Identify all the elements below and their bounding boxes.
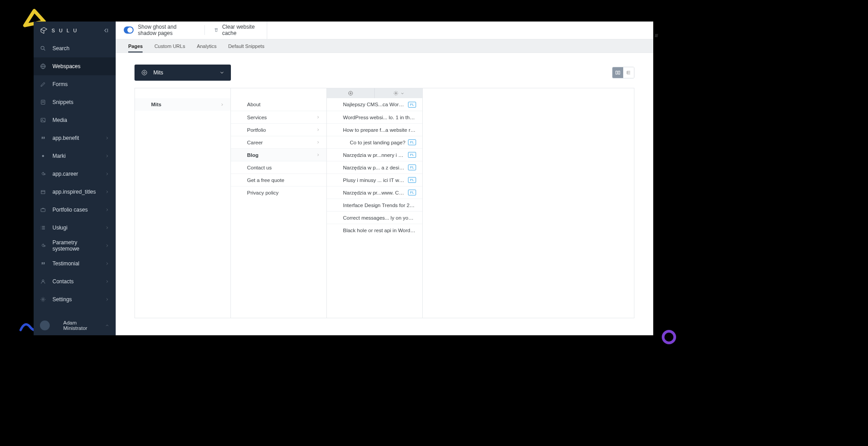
sidebar-item-label: Forms xyxy=(52,81,109,87)
column-item-label: Narzędzia w p... a z designerami. xyxy=(343,165,405,170)
clear-cache-button[interactable]: Clear website cache xyxy=(214,24,259,36)
tab-custom-urls[interactable]: Custom URLs xyxy=(154,39,185,52)
chevron-right-icon xyxy=(105,279,109,284)
chevron-right-icon xyxy=(105,208,109,212)
sidebar-item-marki[interactable]: Marki xyxy=(34,147,116,165)
column-item[interactable]: Plusy i minusy ... ici IT w LubliniePL xyxy=(327,173,422,186)
brand-icon xyxy=(40,26,48,35)
sidebar-item-app-career[interactable]: app.career xyxy=(34,165,116,183)
sidebar-item-portfolio-cases[interactable]: Portfolio cases xyxy=(34,201,116,219)
column-item[interactable]: Correct messages... ly on your website xyxy=(327,211,422,224)
webspace-select[interactable]: Mits xyxy=(135,65,231,81)
search-icon xyxy=(40,45,46,52)
tab-default-snippets[interactable]: Default Snippets xyxy=(228,39,265,52)
wrench-icon xyxy=(40,242,46,249)
column-item-label: About xyxy=(247,102,320,107)
column-item[interactable]: Career xyxy=(231,136,326,148)
sidebar-search[interactable]: Search xyxy=(34,39,116,57)
svg-rect-10 xyxy=(41,209,45,212)
sidebar-item-snippets[interactable]: Snippets xyxy=(34,93,116,111)
tab-pages[interactable]: Pages xyxy=(128,39,143,52)
column-item[interactable]: About xyxy=(231,98,326,111)
view-tree-button[interactable] xyxy=(623,67,634,78)
chevron-right-icon xyxy=(220,103,224,107)
sidebar-item-label: Parametry systemowe xyxy=(52,239,99,252)
sidebar-user[interactable]: Adam Ministrator xyxy=(34,316,116,335)
toggle-ghost-pages[interactable] xyxy=(124,26,134,34)
column-item[interactable]: Interface Design Trends for 2020 xyxy=(327,199,422,211)
column-item[interactable]: Get a free quote xyxy=(231,173,326,186)
locale-badge: PL xyxy=(408,139,416,145)
tree-icon xyxy=(626,70,631,75)
sidebar-item-settings[interactable]: Settings xyxy=(34,290,116,308)
decoration-badge xyxy=(661,329,677,345)
column-item[interactable]: Najlepszy CMS...ca WordPressa?PL xyxy=(327,98,422,111)
sidebar-item-app-inspired-titles[interactable]: app.inspired_titles xyxy=(34,183,116,201)
view-columns-button[interactable] xyxy=(612,67,623,78)
chevron-right-icon xyxy=(105,190,109,194)
column-item-label: Privacy policy xyxy=(247,190,320,195)
column-settings-button[interactable] xyxy=(374,88,422,98)
chevron-down-icon xyxy=(219,70,225,75)
chevron-right-icon xyxy=(105,243,109,248)
chevron-right-icon xyxy=(105,261,109,266)
sidebar-item-forms[interactable]: Forms xyxy=(34,75,116,93)
image-icon xyxy=(40,117,46,123)
column-item[interactable]: Black hole or rest api in WordPress xyxy=(327,224,422,236)
tab-analytics[interactable]: Analytics xyxy=(197,39,217,52)
svg-point-11 xyxy=(42,280,44,281)
column-item[interactable]: Narzędzia w pr...www. Cz 1. IDEPL xyxy=(327,186,422,199)
svg-point-12 xyxy=(42,299,44,300)
column-item-label: Services xyxy=(247,115,313,120)
toolbar: Show ghost and shadow pages Clear websit… xyxy=(116,22,267,39)
main: Show ghost and shadow pages Clear websit… xyxy=(116,22,653,335)
sidebar-item-media[interactable]: Media xyxy=(34,111,116,129)
column-item-label: Najlepszy CMS...ca WordPressa? xyxy=(343,102,405,107)
wrench-icon xyxy=(40,171,46,177)
column-item-label: Contact us xyxy=(247,165,320,170)
column-item[interactable]: Contact us xyxy=(231,161,326,173)
sidebar-user-name: Adam Ministrator xyxy=(55,320,100,331)
view-toggle xyxy=(612,67,634,78)
locale-badge: PL xyxy=(408,190,416,195)
column-item[interactable]: Narzędzia w pr...nnery i bundleryPL xyxy=(327,148,422,161)
column-item[interactable]: Mits xyxy=(135,98,230,111)
sidebar-item-testimonial[interactable]: Testimonial xyxy=(34,255,116,273)
column-item[interactable]: Co to jest landing page?PL xyxy=(327,136,422,148)
column-item[interactable]: Narzędzia w p... a z designerami.PL xyxy=(327,161,422,173)
sidebar-search-label: Search xyxy=(52,45,109,52)
column-3: Najlepszy CMS...ca WordPressa?PLWordPres… xyxy=(327,88,423,318)
toggle-ghost-label: Show ghost and shadow pages xyxy=(138,24,195,36)
content: Mits Mits AboutServicesPortfolioCareerBl… xyxy=(116,53,653,335)
column-add-button[interactable] xyxy=(327,88,374,98)
collapse-sidebar-icon[interactable] xyxy=(102,27,109,34)
column-item[interactable]: Services xyxy=(231,111,326,123)
column-item-label: Correct messages... ly on your website xyxy=(343,215,416,221)
column-item-label: How to prepare f...a website redesign? xyxy=(343,127,416,133)
sidebar-item-contacts[interactable]: Contacts xyxy=(34,273,116,290)
chevron-right-icon xyxy=(316,115,320,119)
chevron-down-icon xyxy=(400,91,404,95)
column-item[interactable]: WordPress websi... lo. 1 in the world"? xyxy=(327,111,422,123)
briefcase-icon xyxy=(40,207,46,213)
clear-cache-label: Clear website cache xyxy=(222,24,259,36)
svg-point-7 xyxy=(42,119,43,120)
sidebar-item-label: Portfolio cases xyxy=(52,207,99,213)
sidebar-item-label: Testimonial xyxy=(52,260,99,267)
column-item-label: Career xyxy=(247,140,313,145)
column-item-label: Black hole or rest api in WordPress xyxy=(343,228,416,233)
sidebar-item-webspaces[interactable]: Webspaces xyxy=(34,57,116,75)
column-item[interactable]: Portfolio xyxy=(231,123,326,136)
sidebar-item-us-ugi[interactable]: Usługi xyxy=(34,219,116,237)
column-item[interactable]: How to prepare f...a website redesign? xyxy=(327,123,422,136)
sidebar-item-app-benefit[interactable]: app.benefit xyxy=(34,129,116,147)
column-item-label: Portfolio xyxy=(247,127,313,133)
brand-logo[interactable]: S U L U xyxy=(40,26,78,35)
column-item[interactable]: Blog xyxy=(231,148,326,161)
sidebar-item-label: Media xyxy=(52,117,109,123)
locale-badge: PL xyxy=(408,177,416,183)
svg-point-1 xyxy=(663,331,675,343)
globe-icon xyxy=(40,63,46,69)
sidebar-item-parametry-systemowe[interactable]: Parametry systemowe xyxy=(34,237,116,255)
column-item[interactable]: Privacy policy xyxy=(231,186,326,199)
